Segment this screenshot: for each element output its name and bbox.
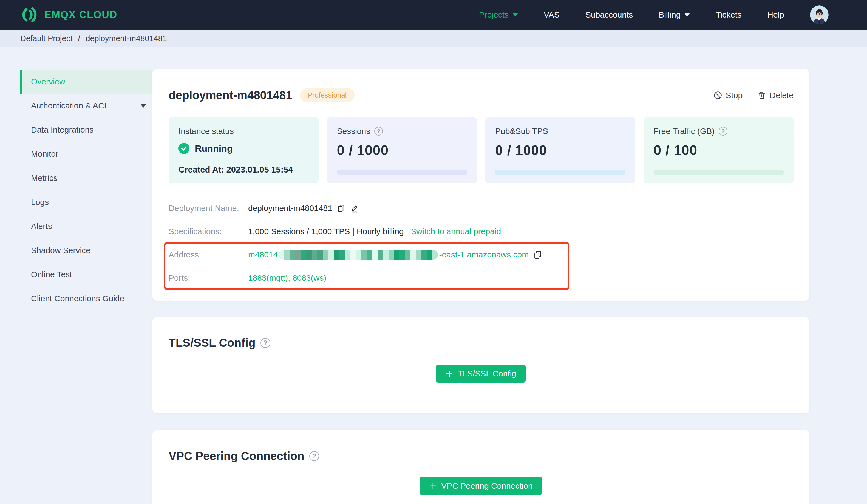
- brand[interactable]: EMQX CLOUD: [20, 6, 117, 24]
- help-icon[interactable]: ?: [719, 127, 727, 135]
- address-label: Address:: [169, 250, 248, 260]
- sidebar-item-data-integrations[interactable]: Data Integrations: [20, 118, 152, 142]
- stop-button[interactable]: Stop: [714, 91, 743, 100]
- sidebar-item-shadow-service[interactable]: Shadow Service: [20, 238, 152, 262]
- pubsub-progress-bar: [495, 170, 625, 175]
- add-tls-ssl-config-button[interactable]: TLS/SSL Config: [436, 364, 526, 383]
- sessions-value: 0 / 1000: [337, 142, 467, 158]
- help-icon[interactable]: ?: [374, 127, 383, 135]
- status-text: Running: [195, 143, 233, 154]
- breadcrumb-separator: /: [78, 34, 80, 43]
- nav-menu: Projects VAS Subaccounts Billing Tickets…: [479, 6, 828, 24]
- pubsub-tps-value: 0 / 1000: [495, 142, 625, 158]
- help-icon[interactable]: ?: [260, 338, 270, 348]
- deployment-name-label: Deployment Name:: [169, 204, 248, 213]
- ports-row: Ports: 1883(mqtt), 8083(ws): [169, 266, 793, 289]
- sidebar-item-online-test[interactable]: Online Test: [20, 262, 152, 286]
- chevron-down-icon: [684, 13, 690, 17]
- nav-item-vas[interactable]: VAS: [544, 10, 560, 20]
- sidebar-item-metrics[interactable]: Metrics: [20, 166, 152, 190]
- switch-annual-prepaid-link[interactable]: Switch to annual prepaid: [411, 227, 501, 236]
- breadcrumb-project[interactable]: Default Project: [20, 34, 72, 43]
- stop-icon: [714, 91, 722, 100]
- pubsub-tps-card: Pub&Sub TPS 0 / 1000: [485, 117, 635, 183]
- plan-badge: Professional: [300, 88, 354, 102]
- sidebar-item-monitor[interactable]: Monitor: [20, 142, 152, 166]
- vpc-section-title: VPC Peering Connection: [169, 449, 304, 463]
- plus-icon: [429, 482, 437, 490]
- sidebar-item-authentication-acl[interactable]: Authentication & ACL: [20, 94, 152, 118]
- nav-item-tickets[interactable]: Tickets: [716, 10, 741, 20]
- ports-label: Ports:: [169, 273, 248, 283]
- address-suffix: -east-1.amazonaws.com: [439, 250, 529, 260]
- brand-name: EMQX CLOUD: [44, 9, 117, 21]
- top-navbar: EMQX CLOUD Projects VAS Subaccounts Bill…: [0, 0, 867, 30]
- nav-item-billing[interactable]: Billing: [659, 10, 690, 20]
- main-content: deployment-m4801481 Professional Stop: [152, 47, 810, 504]
- address-redaction: [279, 250, 438, 260]
- sidebar-item-logs[interactable]: Logs: [20, 190, 152, 214]
- chevron-down-icon: [513, 13, 518, 17]
- sidebar: Overview Authentication & ACL Data Integ…: [0, 47, 152, 504]
- specifications-label: Specifications:: [169, 227, 248, 236]
- copy-icon[interactable]: [533, 250, 542, 260]
- delete-button[interactable]: Delete: [757, 91, 793, 100]
- breadcrumb: Default Project / deployment-m4801481: [0, 30, 867, 47]
- page-title: deployment-m4801481: [169, 89, 292, 102]
- deployment-overview-card: deployment-m4801481 Professional Stop: [152, 69, 810, 301]
- vpc-peering-section: VPC Peering Connection ? VPC Peering Con…: [152, 430, 810, 504]
- free-traffic-value: 0 / 100: [654, 142, 784, 158]
- sidebar-item-client-connections-guide[interactable]: Client Connections Guide: [20, 286, 152, 311]
- edit-icon[interactable]: [350, 204, 359, 213]
- tls-section-title: TLS/SSL Config: [169, 336, 256, 350]
- plus-icon: [445, 370, 453, 378]
- sessions-progress-bar: [337, 170, 467, 175]
- emqx-logo-icon: [20, 6, 38, 24]
- ports-value: 1883(mqtt), 8083(ws): [248, 273, 326, 283]
- deployment-name-value: deployment-m4801481: [248, 204, 332, 213]
- stat-cards: Instance status Running Created At: 2023…: [169, 117, 793, 183]
- copy-icon[interactable]: [337, 204, 345, 212]
- sessions-card: Sessions ? 0 / 1000: [327, 117, 477, 183]
- address-prefix: m48014: [248, 250, 278, 260]
- nav-item-subaccounts[interactable]: Subaccounts: [586, 10, 633, 20]
- check-circle-icon: [179, 143, 190, 154]
- add-vpc-peering-button[interactable]: VPC Peering Connection: [419, 477, 542, 495]
- address-row: Address: m48014 -east-1.amazonaws.com: [169, 243, 793, 266]
- sidebar-item-alerts[interactable]: Alerts: [20, 214, 152, 238]
- help-icon[interactable]: ?: [309, 451, 319, 461]
- specifications-row: Specifications: 1,000 Sessions / 1,000 T…: [169, 220, 793, 243]
- deployment-details: Deployment Name: deployment-m4801481: [169, 196, 793, 289]
- chevron-down-icon: [140, 104, 147, 108]
- nav-item-projects[interactable]: Projects: [479, 10, 518, 20]
- created-at-text: Created At: 2023.01.05 15:54: [179, 165, 309, 175]
- trash-icon: [757, 91, 766, 100]
- deployment-name-row: Deployment Name: deployment-m4801481: [169, 196, 793, 220]
- user-avatar[interactable]: [810, 6, 828, 24]
- traffic-progress-bar: [654, 170, 784, 175]
- free-traffic-card: Free Traffic (GB) ? 0 / 100: [644, 117, 794, 183]
- breadcrumb-current: deployment-m4801481: [86, 34, 167, 43]
- specifications-value: 1,000 Sessions / 1,000 TPS | Hourly bill…: [248, 227, 404, 236]
- instance-status-card: Instance status Running Created At: 2023…: [169, 117, 319, 183]
- nav-item-help[interactable]: Help: [767, 10, 784, 20]
- sidebar-item-overview[interactable]: Overview: [20, 69, 152, 94]
- tls-ssl-section: TLS/SSL Config ? TLS/SSL Config: [152, 317, 810, 413]
